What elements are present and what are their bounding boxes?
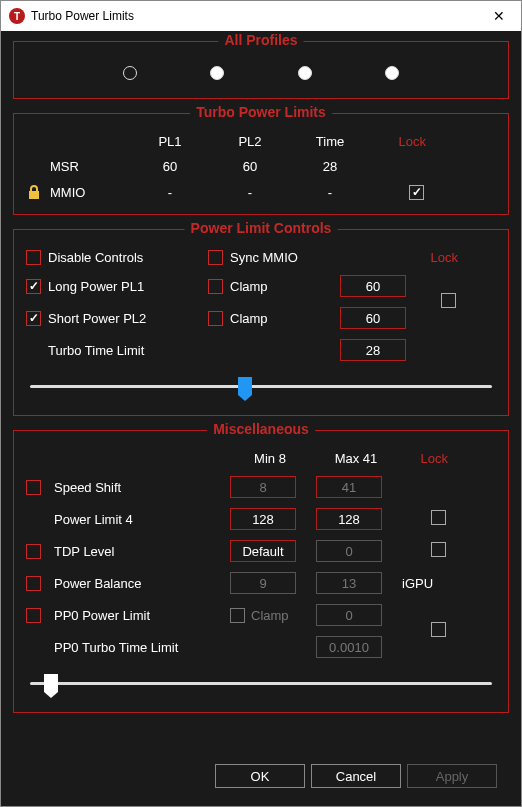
misc-slider[interactable] bbox=[30, 670, 492, 698]
plc-lock-header: Lock bbox=[412, 250, 462, 265]
slider-thumb[interactable] bbox=[44, 674, 58, 692]
disable-controls-checkbox[interactable] bbox=[26, 250, 41, 265]
misc-legend: Miscellaneous bbox=[207, 421, 315, 437]
tdp-level-min[interactable]: Default bbox=[230, 540, 296, 562]
short-power-checkbox[interactable] bbox=[26, 311, 41, 326]
short-power-label: Short Power PL2 bbox=[48, 311, 208, 326]
plc-lock-checkbox[interactable] bbox=[441, 293, 456, 308]
pp0-power-checkbox[interactable] bbox=[26, 608, 41, 623]
tdp-level-max[interactable]: 0 bbox=[316, 540, 382, 562]
all-profiles-group: All Profiles bbox=[13, 41, 509, 99]
turbo-power-limits-group: Turbo Power Limits PL1 PL2 Time Lock MSR… bbox=[13, 113, 509, 215]
slider-track bbox=[30, 682, 492, 685]
power-balance-label: Power Balance bbox=[54, 576, 224, 591]
tpl-msr-time: 28 bbox=[290, 159, 370, 174]
plc-legend: Power Limit Controls bbox=[185, 220, 338, 236]
power-balance-checkbox[interactable] bbox=[26, 576, 41, 591]
tpl-msr-pl2: 60 bbox=[210, 159, 290, 174]
tpl-header-time: Time bbox=[290, 134, 370, 149]
disable-controls-label: Disable Controls bbox=[48, 250, 208, 265]
ok-button[interactable]: OK bbox=[215, 764, 305, 788]
power-limit4-max[interactable]: 128 bbox=[316, 508, 382, 530]
profile-radio-0[interactable] bbox=[123, 66, 137, 80]
tpl-mmio-pl2: - bbox=[210, 185, 290, 200]
misc-lock-header: Lock bbox=[402, 451, 452, 466]
tpl-header-lock: Lock bbox=[370, 134, 430, 149]
close-button[interactable]: ✕ bbox=[479, 2, 519, 30]
slider-track bbox=[30, 385, 492, 388]
sync-mmio-label: Sync MMIO bbox=[230, 250, 340, 265]
miscellaneous-group: Miscellaneous Min 8 Max 41 Lock Speed Sh… bbox=[13, 430, 509, 713]
cancel-button[interactable]: Cancel bbox=[311, 764, 401, 788]
tpl-msr-pl1: 60 bbox=[130, 159, 210, 174]
long-power-clamp-checkbox[interactable] bbox=[208, 279, 223, 294]
turbo-time-label: Turbo Time Limit bbox=[48, 343, 208, 358]
pp0-clamp-label: Clamp bbox=[251, 608, 289, 623]
pp0-time-label: PP0 Turbo Time Limit bbox=[54, 640, 224, 655]
misc-min-header: Min 8 bbox=[230, 451, 310, 466]
long-power-label: Long Power PL1 bbox=[48, 279, 208, 294]
tpl-mmio-lock-checkbox[interactable] bbox=[409, 185, 424, 200]
pp0-time-value[interactable]: 0.0010 bbox=[316, 636, 382, 658]
pp0-power-max[interactable]: 0 bbox=[316, 604, 382, 626]
tpl-mmio-label: MMIO bbox=[50, 185, 130, 200]
pp0-clamp-checkbox[interactable] bbox=[230, 608, 245, 623]
tdp-level-label: TDP Level bbox=[54, 544, 224, 559]
plc-slider[interactable] bbox=[30, 373, 492, 401]
speed-shift-label: Speed Shift bbox=[54, 480, 224, 495]
tdp-level-lock-checkbox[interactable] bbox=[431, 542, 446, 557]
long-power-checkbox[interactable] bbox=[26, 279, 41, 294]
power-limit4-lock-checkbox[interactable] bbox=[431, 510, 446, 525]
tpl-legend: Turbo Power Limits bbox=[190, 104, 332, 120]
tpl-mmio-pl1: - bbox=[130, 185, 210, 200]
long-power-value[interactable]: 60 bbox=[340, 275, 406, 297]
tpl-mmio-time: - bbox=[290, 185, 370, 200]
speed-shift-min[interactable]: 8 bbox=[230, 476, 296, 498]
speed-shift-checkbox[interactable] bbox=[26, 480, 41, 495]
turbo-time-value[interactable]: 28 bbox=[340, 339, 406, 361]
pp0-lock-checkbox[interactable] bbox=[431, 622, 446, 637]
pp0-power-label: PP0 Power Limit bbox=[54, 608, 224, 623]
tpl-msr-label: MSR bbox=[50, 159, 130, 174]
all-profiles-legend: All Profiles bbox=[218, 32, 303, 48]
apply-button[interactable]: Apply bbox=[407, 764, 497, 788]
power-balance-max[interactable]: 13 bbox=[316, 572, 382, 594]
profile-radio-1[interactable] bbox=[210, 66, 224, 80]
power-balance-min[interactable]: 9 bbox=[230, 572, 296, 594]
client-area: All Profiles Turbo Power Limits PL1 PL2 … bbox=[1, 31, 521, 806]
misc-max-header: Max 41 bbox=[316, 451, 396, 466]
lock-icon bbox=[26, 184, 42, 200]
titlebar: T Turbo Power Limits ✕ bbox=[1, 1, 521, 31]
dialog-buttons: OK Cancel Apply bbox=[13, 760, 509, 798]
power-limit4-label: Power Limit 4 bbox=[54, 512, 224, 527]
app-icon: T bbox=[9, 8, 25, 24]
short-power-clamp-checkbox[interactable] bbox=[208, 311, 223, 326]
tdp-level-checkbox[interactable] bbox=[26, 544, 41, 559]
window: T Turbo Power Limits ✕ All Profiles Turb… bbox=[0, 0, 522, 807]
igpu-label: iGPU bbox=[402, 576, 452, 591]
slider-thumb[interactable] bbox=[238, 377, 252, 395]
short-power-clamp-label: Clamp bbox=[230, 311, 340, 326]
tpl-header-pl1: PL1 bbox=[130, 134, 210, 149]
power-limit-controls-group: Power Limit Controls Disable Controls Sy… bbox=[13, 229, 509, 416]
short-power-value[interactable]: 60 bbox=[340, 307, 406, 329]
sync-mmio-checkbox[interactable] bbox=[208, 250, 223, 265]
profile-radio-3[interactable] bbox=[385, 66, 399, 80]
power-limit4-min[interactable]: 128 bbox=[230, 508, 296, 530]
window-title: Turbo Power Limits bbox=[31, 9, 479, 23]
tpl-header-pl2: PL2 bbox=[210, 134, 290, 149]
long-power-clamp-label: Clamp bbox=[230, 279, 340, 294]
speed-shift-max[interactable]: 41 bbox=[316, 476, 382, 498]
profile-radio-2[interactable] bbox=[298, 66, 312, 80]
